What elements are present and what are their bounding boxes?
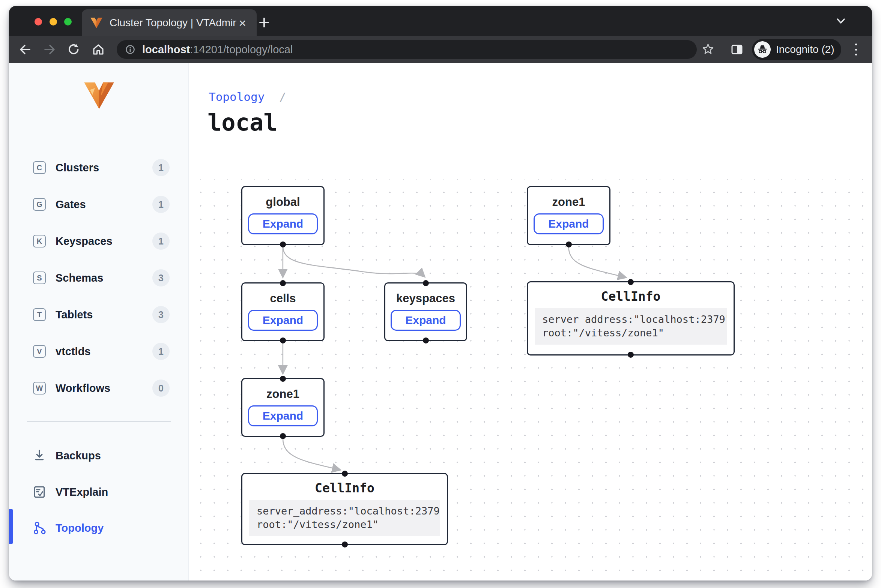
node-title: cells (270, 292, 296, 305)
sidebar-item-topology[interactable]: Topology (9, 516, 188, 540)
connection-handle (342, 542, 348, 548)
download-icon (33, 449, 46, 462)
tab-strip: Cluster Topology | VTAdmin × + (9, 6, 872, 36)
close-window-button[interactable] (35, 18, 42, 26)
node-zone1-top[interactable]: zone1 Expand (527, 186, 610, 245)
vtctlds-letter-icon: V (33, 345, 46, 358)
connection-handle (628, 279, 634, 285)
sidebar-item-tablets[interactable]: T Tablets 3 (9, 303, 188, 327)
connection-handle (423, 280, 429, 286)
back-icon[interactable] (17, 41, 33, 58)
forward-icon[interactable] (41, 41, 58, 58)
reload-icon[interactable] (65, 41, 82, 58)
sidebar-item-label: Tablets (56, 309, 93, 321)
sidebar-item-label: vtctlds (56, 345, 90, 358)
tab-title: Cluster Topology | VTAdmin (110, 17, 236, 29)
count-badge: 1 (152, 343, 170, 360)
gates-letter-icon: G (33, 198, 46, 211)
count-badge: 0 (152, 380, 170, 397)
sidebar-item-label: Backups (56, 450, 101, 462)
connection-handle (566, 242, 572, 248)
count-badge: 1 (152, 232, 170, 250)
sidebar-item-label: Schemas (56, 272, 103, 284)
sidebar-item-workflows[interactable]: W Workflows 0 (9, 376, 188, 400)
incognito-icon (754, 41, 771, 58)
browser-tab[interactable]: Cluster Topology | VTAdmin × (82, 9, 257, 36)
tab-search-chevron-icon[interactable] (834, 16, 848, 26)
expand-button[interactable]: Expand (391, 310, 460, 331)
url-path: :14201/topology/local (190, 44, 293, 56)
count-badge: 3 (152, 306, 170, 323)
cellinfo-code: server_address:"localhost:2379" root:"/v… (249, 500, 440, 536)
count-badge: 1 (152, 159, 170, 176)
active-nav-indicator (9, 509, 13, 544)
browser-toolbar: localhost:14201/topology/local (9, 36, 872, 63)
sidebar-item-vtexplain[interactable]: VTExplain (9, 480, 188, 504)
sidebar-item-label: Topology (56, 522, 104, 534)
connection-handle (342, 471, 348, 477)
sidebar-item-label: Gates (56, 198, 86, 211)
expand-button[interactable]: Expand (248, 213, 318, 234)
topology-icon (33, 521, 46, 535)
url-host: localhost (142, 44, 190, 56)
sidebar-item-gates[interactable]: G Gates 1 (9, 192, 188, 216)
node-title: CellInfo (601, 289, 661, 304)
node-title: global (266, 195, 300, 209)
home-icon[interactable] (90, 41, 107, 58)
sidebar-item-backups[interactable]: Backups (9, 444, 188, 468)
browser-menu-icon[interactable] (852, 43, 859, 56)
minimize-window-button[interactable] (50, 18, 57, 26)
schemas-letter-icon: S (33, 272, 46, 284)
incognito-badge[interactable]: Incognito (2) (752, 39, 841, 60)
node-title: zone1 (552, 195, 585, 209)
tab-close-icon[interactable]: × (236, 16, 248, 29)
url-text: localhost:14201/topology/local (142, 44, 293, 56)
node-zone1-lower[interactable]: zone1 Expand (241, 378, 325, 437)
breadcrumb-topology-link[interactable]: Topology (209, 90, 265, 104)
connection-handle (280, 433, 286, 439)
node-keyspaces[interactable]: keyspaces Expand (384, 282, 467, 341)
cellinfo-code: server_address:"localhost:2379" root:"/v… (535, 308, 727, 345)
sidebar-item-schemas[interactable]: S Schemas 3 (9, 266, 188, 290)
sidebar-item-keyspaces[interactable]: K Keyspaces 1 (9, 229, 188, 253)
clusters-letter-icon: C (33, 161, 46, 174)
sidebar-item-vtctlds[interactable]: V vtctlds 1 (9, 339, 188, 363)
site-info-icon[interactable] (124, 44, 136, 56)
main-content: Topology / local (189, 63, 872, 580)
connection-handle (628, 352, 634, 358)
bookmark-star-icon[interactable] (700, 41, 716, 58)
connection-handle (280, 338, 286, 344)
url-bar[interactable]: localhost:14201/topology/local (117, 40, 697, 59)
sidebar-item-label: Workflows (56, 382, 110, 394)
node-cells[interactable]: cells Expand (241, 282, 325, 341)
node-cellinfo-zone1-lower[interactable]: CellInfo server_address:"localhost:2379"… (241, 473, 448, 545)
keyspaces-letter-icon: K (33, 235, 46, 248)
document-check-icon (33, 485, 46, 499)
new-tab-button[interactable]: + (254, 12, 275, 33)
connection-handle (280, 376, 286, 382)
node-global[interactable]: global Expand (241, 186, 325, 245)
expand-button[interactable]: Expand (248, 405, 318, 426)
count-badge: 1 (152, 196, 170, 213)
sidebar: C Clusters 1 G Gates 1 K Keyspaces 1 S S… (9, 63, 189, 580)
node-cellinfo-zone1-top[interactable]: CellInfo server_address:"localhost:2379"… (527, 281, 735, 356)
side-panel-icon[interactable] (729, 41, 745, 58)
sidebar-item-label: VTExplain (56, 486, 108, 498)
node-title: zone1 (266, 387, 299, 401)
expand-button[interactable]: Expand (248, 310, 318, 331)
connection-handle (280, 242, 286, 248)
sidebar-item-label: Clusters (56, 162, 99, 174)
expand-button[interactable]: Expand (534, 213, 603, 234)
topology-canvas: global Expand zone1 Expand cells Expand (189, 179, 872, 580)
page-title: local (207, 109, 278, 136)
browser-window: Cluster Topology | VTAdmin × + (9, 6, 872, 580)
vitess-favicon-icon (90, 17, 103, 28)
zoom-window-button[interactable] (64, 18, 72, 26)
breadcrumb-separator: / (279, 90, 286, 104)
count-badge: 3 (152, 269, 170, 286)
sidebar-item-clusters[interactable]: C Clusters 1 (9, 156, 188, 180)
connection-handle (280, 280, 286, 286)
vitess-logo (83, 81, 115, 110)
node-title: CellInfo (315, 481, 374, 495)
workflows-letter-icon: W (33, 382, 46, 394)
